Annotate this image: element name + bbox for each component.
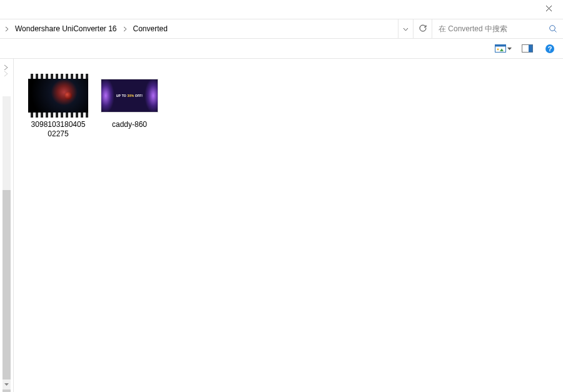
file-list[interactable]: 3098103180405 02275 UP TO 30% OFF! caddy… [14, 59, 563, 392]
video-thumbnail-icon [28, 74, 88, 118]
chevron-right-icon [121, 19, 129, 38]
expand-nav-icon [3, 64, 9, 79]
file-name-label: 3098103180405 02275 [31, 120, 86, 139]
file-item-image[interactable]: UP TO 30% OFF! caddy-860 [95, 71, 164, 141]
window-close-button[interactable] [534, 0, 563, 19]
chevron-down-icon [403, 24, 408, 33]
body: 3098103180405 02275 UP TO 30% OFF! caddy… [0, 59, 563, 392]
search-input[interactable] [437, 24, 548, 34]
file-thumbnail [28, 74, 88, 118]
address-bar-row: Wondershare UniConverter 16 Converted [0, 19, 563, 39]
svg-point-0 [550, 26, 555, 31]
view-options-button[interactable] [495, 42, 512, 56]
close-icon [545, 5, 552, 14]
picture-icon [495, 44, 506, 53]
help-button[interactable]: ? [543, 42, 557, 56]
refresh-icon [418, 24, 427, 34]
search-icon [548, 24, 558, 34]
file-thumbnail: UP TO 30% OFF! [99, 74, 160, 118]
nav-scrollbar[interactable] [3, 96, 11, 379]
toolbar: ? [0, 39, 563, 59]
navigation-pane-collapsed[interactable] [0, 59, 14, 392]
svg-point-3 [497, 49, 499, 51]
help-icon: ? [545, 44, 555, 54]
svg-rect-5 [529, 45, 533, 53]
svg-rect-2 [495, 45, 506, 47]
breadcrumb-bar[interactable]: Wondershare UniConverter 16 Converted [0, 19, 398, 38]
chevron-right-icon [3, 19, 11, 38]
preview-pane-button[interactable] [520, 42, 534, 56]
titlebar [0, 0, 563, 19]
svg-text:?: ? [548, 45, 552, 53]
image-thumbnail-icon: UP TO 30% OFF! [101, 79, 158, 113]
explorer-window: Wondershare UniConverter 16 Converted [0, 0, 563, 392]
breadcrumb-parent[interactable]: Wondershare UniConverter 16 [11, 19, 121, 38]
file-name-label: caddy-860 [112, 120, 147, 129]
nav-scrollbar-down[interactable] [3, 379, 11, 389]
search-box[interactable] [432, 19, 563, 38]
address-history-dropdown[interactable] [398, 19, 413, 38]
nav-scrollbar-thumb[interactable] [3, 190, 11, 392]
dropdown-caret-icon [507, 48, 512, 50]
breadcrumb-current[interactable]: Converted [129, 19, 171, 38]
preview-pane-icon [522, 44, 533, 53]
refresh-button[interactable] [413, 19, 432, 38]
file-item-video[interactable]: 3098103180405 02275 [24, 71, 93, 141]
